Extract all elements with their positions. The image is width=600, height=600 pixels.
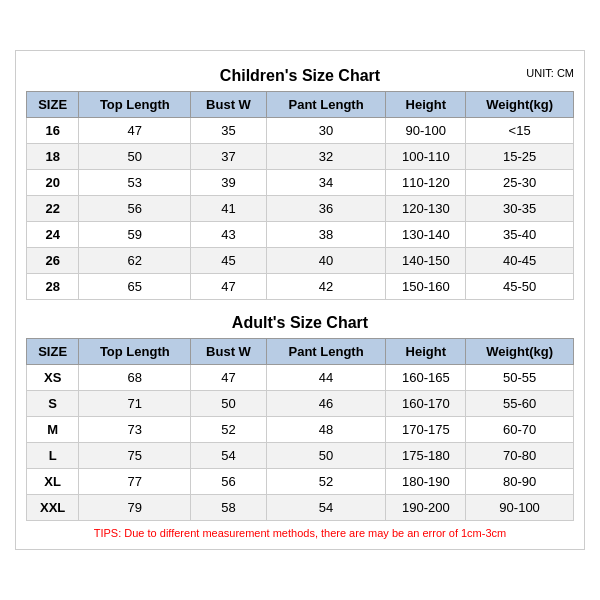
table-cell: 40 bbox=[266, 248, 386, 274]
adult-tbody: XS684744160-16550-55S715046160-17055-60M… bbox=[27, 365, 574, 521]
table-row: XL775652180-19080-90 bbox=[27, 469, 574, 495]
table-cell: 160-170 bbox=[386, 391, 466, 417]
children-col-pantlength: Pant Length bbox=[266, 92, 386, 118]
table-cell: 100-110 bbox=[386, 144, 466, 170]
adult-col-bustw: Bust W bbox=[191, 339, 266, 365]
children-col-toplength: Top Length bbox=[79, 92, 191, 118]
table-cell: 50 bbox=[266, 443, 386, 469]
table-row: 28654742150-16045-50 bbox=[27, 274, 574, 300]
table-cell: 24 bbox=[27, 222, 79, 248]
table-cell: 41 bbox=[191, 196, 266, 222]
table-cell: 16 bbox=[27, 118, 79, 144]
table-row: 20533934110-12025-30 bbox=[27, 170, 574, 196]
table-cell: XL bbox=[27, 469, 79, 495]
adult-col-height: Height bbox=[386, 339, 466, 365]
table-cell: 160-165 bbox=[386, 365, 466, 391]
table-cell: L bbox=[27, 443, 79, 469]
table-cell: 54 bbox=[266, 495, 386, 521]
table-cell: 30-35 bbox=[466, 196, 574, 222]
table-cell: 79 bbox=[79, 495, 191, 521]
adult-section: Adult's Size Chart SIZE Top Length Bust … bbox=[26, 308, 574, 521]
table-row: 22564136120-13030-35 bbox=[27, 196, 574, 222]
table-cell: 77 bbox=[79, 469, 191, 495]
table-cell: 43 bbox=[191, 222, 266, 248]
table-cell: 120-130 bbox=[386, 196, 466, 222]
table-cell: 59 bbox=[79, 222, 191, 248]
table-cell: 37 bbox=[191, 144, 266, 170]
table-cell: 20 bbox=[27, 170, 79, 196]
chart-container: Children's Size Chart UNIT: CM SIZE Top … bbox=[15, 50, 585, 550]
table-cell: 26 bbox=[27, 248, 79, 274]
table-cell: 90-100 bbox=[466, 495, 574, 521]
table-cell: 50-55 bbox=[466, 365, 574, 391]
table-cell: 50 bbox=[191, 391, 266, 417]
table-cell: 30 bbox=[266, 118, 386, 144]
table-cell: 56 bbox=[191, 469, 266, 495]
table-row: XS684744160-16550-55 bbox=[27, 365, 574, 391]
table-cell: 190-200 bbox=[386, 495, 466, 521]
children-table: SIZE Top Length Bust W Pant Length Heigh… bbox=[26, 91, 574, 300]
table-cell: 58 bbox=[191, 495, 266, 521]
tips-text: TIPS: Due to different measurement metho… bbox=[26, 527, 574, 539]
table-cell: 45 bbox=[191, 248, 266, 274]
table-cell: 71 bbox=[79, 391, 191, 417]
table-cell: 180-190 bbox=[386, 469, 466, 495]
table-cell: 38 bbox=[266, 222, 386, 248]
table-row: 26624540140-15040-45 bbox=[27, 248, 574, 274]
adult-col-pantlength: Pant Length bbox=[266, 339, 386, 365]
table-cell: 35 bbox=[191, 118, 266, 144]
adult-title: Adult's Size Chart bbox=[26, 308, 574, 334]
table-cell: 50 bbox=[79, 144, 191, 170]
table-cell: 60-70 bbox=[466, 417, 574, 443]
adult-col-weight: Weight(kg) bbox=[466, 339, 574, 365]
table-cell: 53 bbox=[79, 170, 191, 196]
table-cell: 140-150 bbox=[386, 248, 466, 274]
table-cell: 150-160 bbox=[386, 274, 466, 300]
children-header-row: SIZE Top Length Bust W Pant Length Heigh… bbox=[27, 92, 574, 118]
table-cell: 46 bbox=[266, 391, 386, 417]
table-cell: 35-40 bbox=[466, 222, 574, 248]
table-row: XXL795854190-20090-100 bbox=[27, 495, 574, 521]
table-cell: 47 bbox=[191, 365, 266, 391]
table-row: 1647353090-100<15 bbox=[27, 118, 574, 144]
adult-header-row: SIZE Top Length Bust W Pant Length Heigh… bbox=[27, 339, 574, 365]
table-row: 24594338130-14035-40 bbox=[27, 222, 574, 248]
table-row: M735248170-17560-70 bbox=[27, 417, 574, 443]
adult-table: SIZE Top Length Bust W Pant Length Heigh… bbox=[26, 338, 574, 521]
table-cell: 75 bbox=[79, 443, 191, 469]
children-col-weight: Weight(kg) bbox=[466, 92, 574, 118]
table-cell: 170-175 bbox=[386, 417, 466, 443]
table-cell: 65 bbox=[79, 274, 191, 300]
table-cell: 56 bbox=[79, 196, 191, 222]
children-col-height: Height bbox=[386, 92, 466, 118]
table-cell: 40-45 bbox=[466, 248, 574, 274]
table-cell: 52 bbox=[191, 417, 266, 443]
adult-col-toplength: Top Length bbox=[79, 339, 191, 365]
table-cell: 90-100 bbox=[386, 118, 466, 144]
table-cell: 130-140 bbox=[386, 222, 466, 248]
table-cell: 34 bbox=[266, 170, 386, 196]
table-cell: 22 bbox=[27, 196, 79, 222]
table-cell: 25-30 bbox=[466, 170, 574, 196]
table-cell: 44 bbox=[266, 365, 386, 391]
table-cell: 47 bbox=[79, 118, 191, 144]
table-cell: 28 bbox=[27, 274, 79, 300]
table-cell: 48 bbox=[266, 417, 386, 443]
table-cell: 47 bbox=[191, 274, 266, 300]
table-cell: S bbox=[27, 391, 79, 417]
children-col-size: SIZE bbox=[27, 92, 79, 118]
table-cell: XS bbox=[27, 365, 79, 391]
table-cell: 42 bbox=[266, 274, 386, 300]
table-cell: 32 bbox=[266, 144, 386, 170]
children-col-bustw: Bust W bbox=[191, 92, 266, 118]
table-cell: 45-50 bbox=[466, 274, 574, 300]
table-cell: 39 bbox=[191, 170, 266, 196]
table-cell: 80-90 bbox=[466, 469, 574, 495]
table-cell: 175-180 bbox=[386, 443, 466, 469]
table-row: L755450175-18070-80 bbox=[27, 443, 574, 469]
table-cell: 62 bbox=[79, 248, 191, 274]
table-cell: XXL bbox=[27, 495, 79, 521]
table-cell: M bbox=[27, 417, 79, 443]
table-cell: 110-120 bbox=[386, 170, 466, 196]
table-cell: 15-25 bbox=[466, 144, 574, 170]
